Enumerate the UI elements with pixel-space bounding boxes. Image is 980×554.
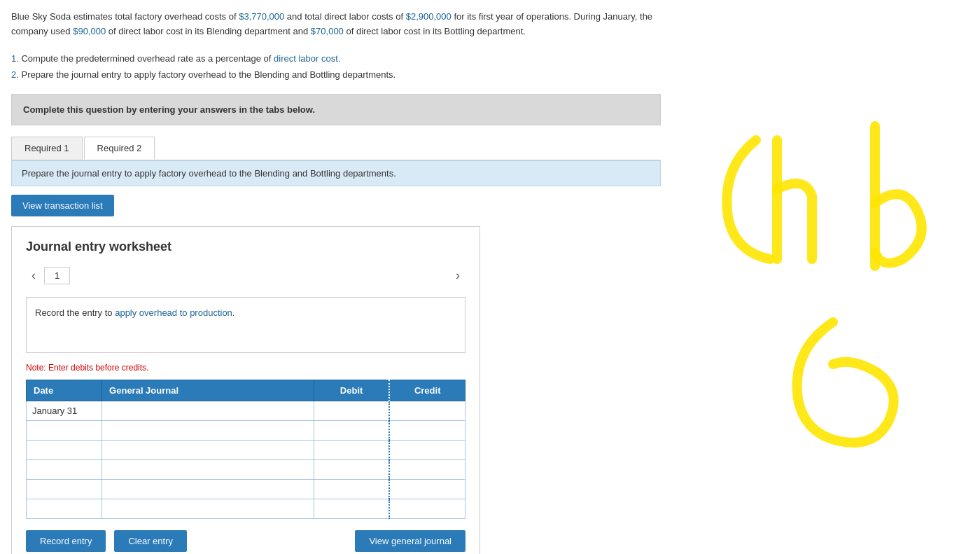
worksheet-container: Journal entry worksheet ‹ 1 › Record the… <box>11 226 480 554</box>
debit-input-2[interactable] <box>314 421 389 440</box>
annotation-area <box>672 0 980 554</box>
journal-input-6[interactable] <box>102 499 314 518</box>
note-text: Note: Enter debits before credits. <box>26 363 465 373</box>
col-general-journal: General Journal <box>102 380 314 401</box>
date-cell <box>27 460 102 480</box>
date-cell <box>27 499 102 519</box>
debit-input-6[interactable] <box>314 499 389 518</box>
blue-banner: Prepare the journal entry to apply facto… <box>11 160 661 186</box>
page-number: 1 <box>44 267 70 284</box>
credit-input-4[interactable] <box>390 460 465 479</box>
nav-row: ‹ 1 › <box>26 265 465 286</box>
debit-cell[interactable] <box>314 460 389 480</box>
journal-cell[interactable] <box>102 421 314 441</box>
action-buttons: Record entry Clear entry View general jo… <box>26 530 465 552</box>
col-date: Date <box>27 380 102 401</box>
table-row <box>27 480 465 499</box>
credit-cell[interactable] <box>389 460 465 480</box>
date-cell <box>27 421 102 441</box>
credit-cell[interactable] <box>389 499 465 519</box>
questions-list: 1. Compute the predetermined overhead ra… <box>11 50 661 83</box>
credit-cell[interactable] <box>389 401 465 421</box>
table-row: January 31 <box>27 401 465 421</box>
debit-cell[interactable] <box>314 499 389 519</box>
table-row <box>27 499 465 519</box>
journal-cell[interactable] <box>102 460 314 480</box>
intro-paragraph: Blue Sky Soda estimates total factory ov… <box>11 10 661 39</box>
debit-cell[interactable] <box>314 421 389 441</box>
credit-input-2[interactable] <box>390 421 465 440</box>
table-row <box>27 441 465 460</box>
tab-required1[interactable]: Required 1 <box>11 137 83 160</box>
tab-required2[interactable]: Required 2 <box>84 137 155 160</box>
date-cell <box>27 441 102 460</box>
debit-cell[interactable] <box>314 480 389 499</box>
prev-arrow[interactable]: ‹ <box>26 265 41 286</box>
journal-table: Date General Journal Debit Credit <box>26 380 465 519</box>
journal-cell[interactable] <box>102 480 314 499</box>
tabs-wrapper: Required 1 Required 2 <box>11 131 661 160</box>
debit-input-3[interactable] <box>314 441 389 459</box>
journal-cell[interactable] <box>102 441 314 460</box>
record-entry-button[interactable]: Record entry <box>26 530 106 552</box>
instruction-box: Complete this question by entering your … <box>11 94 661 125</box>
entry-description: Record the entry to apply overhead to pr… <box>26 297 465 353</box>
credit-input-1[interactable] <box>390 401 465 420</box>
question-1: 1. Compute the predetermined overhead ra… <box>11 50 661 67</box>
date-cell: January 31 <box>27 401 102 421</box>
question-2: 2. Prepare the journal entry to apply fa… <box>11 67 661 83</box>
credit-cell[interactable] <box>389 421 465 441</box>
journal-input-4[interactable] <box>102 460 314 479</box>
col-credit: Credit <box>389 380 465 401</box>
debit-cell[interactable] <box>314 441 389 460</box>
credit-input-3[interactable] <box>390 441 465 459</box>
journal-input-5[interactable] <box>102 480 314 499</box>
debit-input-4[interactable] <box>314 460 389 479</box>
credit-input-5[interactable] <box>390 480 465 499</box>
journal-input-3[interactable] <box>102 441 314 459</box>
view-transaction-button[interactable]: View transaction list <box>11 195 114 216</box>
debit-input-1[interactable] <box>314 401 389 420</box>
debit-input-5[interactable] <box>314 480 389 499</box>
journal-input-1[interactable] <box>102 401 314 420</box>
date-cell <box>27 480 102 499</box>
next-arrow[interactable]: › <box>450 265 465 286</box>
credit-cell[interactable] <box>389 480 465 499</box>
credit-cell[interactable] <box>389 441 465 460</box>
worksheet-title: Journal entry worksheet <box>26 240 465 254</box>
table-row <box>27 421 465 441</box>
debit-cell[interactable] <box>314 401 389 421</box>
journal-cell[interactable] <box>102 401 314 421</box>
view-general-journal-button[interactable]: View general journal <box>355 530 465 552</box>
journal-cell[interactable] <box>102 499 314 519</box>
col-debit: Debit <box>314 380 389 401</box>
table-row <box>27 460 465 480</box>
credit-input-6[interactable] <box>390 499 465 518</box>
journal-input-2[interactable] <box>102 421 314 440</box>
clear-entry-button[interactable]: Clear entry <box>114 530 187 552</box>
